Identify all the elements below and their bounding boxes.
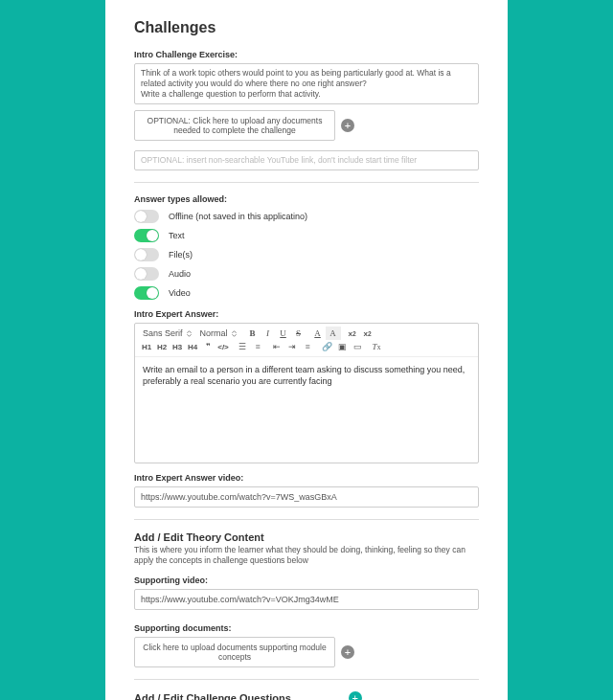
code-icon[interactable]: </> bbox=[216, 340, 231, 353]
toggle-switch[interactable] bbox=[134, 210, 159, 223]
subscript-icon[interactable]: x2 bbox=[360, 327, 375, 340]
divider bbox=[134, 519, 479, 520]
editor-content[interactable]: Write an email to a person in a differen… bbox=[135, 357, 478, 463]
divider bbox=[134, 182, 479, 183]
bg-color-icon[interactable]: A bbox=[326, 327, 341, 340]
rich-text-editor: Sans Serif Normal B I U S A A x2 x2 H1 H… bbox=[134, 323, 479, 463]
divider bbox=[134, 679, 479, 680]
italic-icon[interactable]: I bbox=[261, 327, 276, 340]
supporting-video-label: Supporting video: bbox=[134, 576, 479, 585]
toggle-label: Video bbox=[169, 288, 191, 298]
answer-types-label: Answer types allowed: bbox=[134, 194, 479, 204]
bullet-list-icon[interactable]: ≡ bbox=[250, 340, 265, 353]
quote-icon[interactable]: ❞ bbox=[200, 340, 216, 353]
text-color-icon[interactable]: A bbox=[310, 327, 326, 340]
toggle-audio: Audio bbox=[134, 267, 479, 281]
editor-toolbar: Sans Serif Normal B I U S A A x2 x2 H1 H… bbox=[135, 324, 478, 357]
intro-exercise-textarea[interactable]: Think of a work topic others would point… bbox=[134, 63, 479, 104]
h4-icon[interactable]: H4 bbox=[185, 340, 200, 353]
toggle-video: Video bbox=[134, 286, 479, 300]
supporting-video-input[interactable]: https://www.youtube.com/watch?v=VOKJmg34… bbox=[134, 589, 479, 610]
questions-title: Add / Edit Challenge Questions bbox=[134, 692, 291, 700]
theory-title: Add / Edit Theory Content bbox=[134, 531, 479, 543]
questions-header: Add / Edit Challenge Questions + bbox=[134, 691, 479, 700]
strike-icon[interactable]: S bbox=[291, 327, 306, 340]
intro-youtube-input[interactable]: OPTIONAL: insert non-searchable YouTube … bbox=[134, 150, 479, 170]
bold-icon[interactable]: B bbox=[245, 327, 261, 340]
toggle-switch[interactable] bbox=[134, 267, 159, 281]
link-icon[interactable]: 🔗 bbox=[319, 340, 334, 353]
toggle-label: Offline (not saved in this applicatino) bbox=[169, 212, 307, 221]
intro-label: Intro Challenge Exercise: bbox=[134, 50, 479, 59]
font-select[interactable]: Sans Serif bbox=[139, 327, 196, 339]
toggle-files: File(s) bbox=[134, 248, 479, 261]
ordered-list-icon[interactable]: ☰ bbox=[235, 340, 250, 353]
intro-upload-button[interactable]: OPTIONAL: Click here to upload any docum… bbox=[134, 110, 335, 141]
toggle-text: Text bbox=[134, 229, 479, 242]
underline-icon[interactable]: U bbox=[276, 327, 291, 340]
intro-upload-row: OPTIONAL: Click here to upload any docum… bbox=[134, 110, 479, 141]
theory-desc: This is where you inform the learner wha… bbox=[134, 545, 479, 566]
expert-answer-label: Intro Expert Answer: bbox=[134, 309, 479, 319]
h3-icon[interactable]: H3 bbox=[170, 340, 185, 353]
supporting-docs-label: Supporting documents: bbox=[134, 623, 479, 633]
chevron-updown-icon bbox=[186, 330, 193, 337]
align-icon[interactable]: ≡ bbox=[300, 340, 315, 353]
add-question-button[interactable]: + bbox=[349, 691, 362, 700]
expert-video-label: Intro Expert Answer video: bbox=[134, 473, 479, 483]
image-icon[interactable]: ▣ bbox=[334, 340, 350, 353]
h1-icon[interactable]: H1 bbox=[139, 340, 154, 353]
toggle-label: Text bbox=[169, 231, 185, 240]
h2-icon[interactable]: H2 bbox=[154, 340, 170, 353]
docs-upload-row: Click here to upload documents supportin… bbox=[134, 637, 479, 667]
superscript-icon[interactable]: x2 bbox=[345, 327, 360, 340]
indent-icon[interactable]: ⇥ bbox=[284, 340, 300, 353]
expert-video-input[interactable]: https://www.youtube.com/watch?v=7WS_wasG… bbox=[134, 486, 479, 508]
outdent-icon[interactable]: ⇤ bbox=[269, 340, 284, 353]
toggle-switch[interactable] bbox=[134, 248, 159, 261]
toggle-switch[interactable] bbox=[134, 286, 159, 300]
style-select[interactable]: Normal bbox=[196, 327, 241, 339]
toggle-label: File(s) bbox=[169, 250, 193, 260]
clear-format-icon[interactable]: Tx bbox=[369, 340, 384, 353]
page: Challenges Intro Challenge Exercise: Thi… bbox=[105, 0, 508, 700]
toggle-switch[interactable] bbox=[134, 229, 159, 242]
docs-upload-button[interactable]: Click here to upload documents supportin… bbox=[134, 637, 335, 667]
video-icon[interactable]: ▭ bbox=[350, 340, 365, 353]
toggle-offline: Offline (not saved in this applicatino) bbox=[134, 210, 479, 223]
toggle-label: Audio bbox=[169, 269, 191, 279]
plus-icon[interactable]: + bbox=[341, 119, 354, 132]
plus-icon[interactable]: + bbox=[341, 645, 354, 659]
page-title: Challenges bbox=[134, 19, 479, 36]
chevron-updown-icon bbox=[231, 330, 238, 337]
